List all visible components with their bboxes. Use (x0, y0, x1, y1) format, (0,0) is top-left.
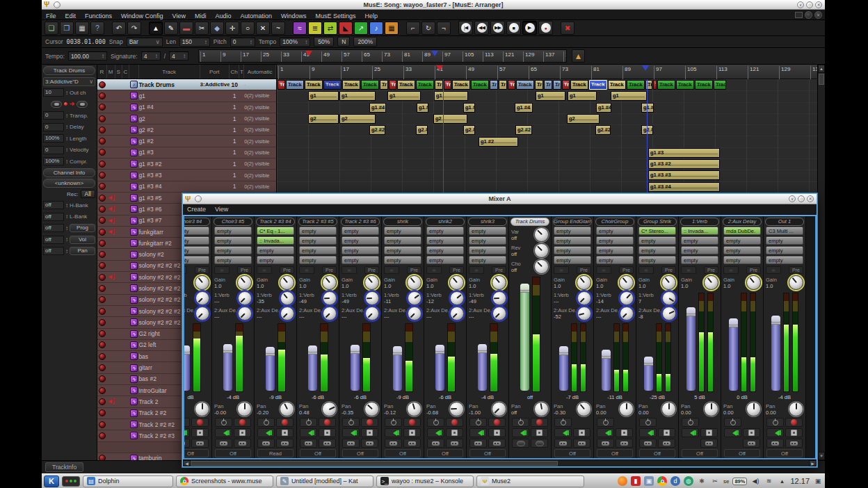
redo-icon[interactable]: ↷ (127, 22, 141, 35)
mute-cell[interactable]: ◄) (107, 229, 115, 235)
wifi-icon[interactable]: ≋ (764, 476, 773, 486)
effect-slot[interactable]: empty (299, 236, 337, 245)
screen-icon[interactable]: ▣ (813, 476, 823, 486)
power-button[interactable] (512, 418, 529, 427)
drum-part[interactable]: Track (714, 80, 726, 90)
record-arm-dot[interactable] (99, 455, 106, 460)
solo-button[interactable] (616, 428, 633, 437)
record-arm-button[interactable] (785, 418, 803, 427)
pan-knob[interactable] (534, 402, 549, 416)
solo-button[interactable] (743, 428, 760, 437)
strip-name[interactable]: Track 2 #3 #5 (298, 218, 337, 226)
send2-knob[interactable] (195, 307, 209, 320)
effect-slot[interactable]: empty (299, 227, 337, 235)
drum-part[interactable]: Tr (499, 80, 507, 90)
drum-part[interactable]: Tr (544, 80, 552, 90)
menu-automation[interactable]: Automation (241, 13, 273, 19)
record-arm-dot[interactable] (99, 81, 106, 88)
effect-slot[interactable]: empty (299, 246, 337, 254)
automation-mode-select[interactable]: Off (469, 449, 506, 457)
solo-button[interactable] (191, 428, 209, 437)
drum-part[interactable]: Track (695, 80, 713, 90)
menu-window-config[interactable]: Window Config (121, 13, 163, 19)
effect-slot[interactable]: empty (214, 227, 252, 235)
caret-up-icon[interactable]: ▴ (777, 476, 787, 486)
volume-fader[interactable] (183, 323, 190, 392)
automation-mode-select[interactable]: Off (215, 449, 251, 457)
volume-fader[interactable] (223, 323, 232, 392)
midi-part[interactable]: g2 # (416, 125, 428, 135)
minimize-button[interactable]: ∨ (797, 1, 804, 8)
files-tray-icon[interactable]: ▣ (644, 476, 654, 486)
automation-mode-select[interactable]: Off (554, 449, 590, 457)
gain-knob[interactable] (492, 275, 506, 290)
snap-select[interactable]: Bar∨ (127, 38, 163, 47)
pencil-tool-icon[interactable]: ✎ (164, 22, 178, 35)
power-button[interactable] (554, 418, 572, 427)
play-button[interactable]: ▶ (522, 21, 537, 35)
route-output-button[interactable] (446, 439, 463, 448)
power-button[interactable] (597, 418, 614, 427)
send2-knob[interactable] (280, 307, 294, 320)
power-button[interactable] (342, 418, 360, 427)
monitor-button[interactable] (300, 428, 317, 437)
solo-button[interactable] (276, 428, 294, 437)
mixer-titlebar[interactable]: Ψ Mixer A ∨ ○ ✕ (183, 194, 817, 204)
field-label[interactable]: Vol (70, 236, 95, 244)
spin-arrows-icon[interactable]: ↕ (65, 225, 68, 231)
effect-slot[interactable]: empty (341, 236, 379, 245)
send2-knob[interactable] (408, 307, 421, 320)
transport-ruler[interactable]: 1917253341495765738189971051131211291371… (198, 49, 567, 63)
marker-view-icon[interactable]: ◣ (339, 22, 353, 35)
route-output-button[interactable] (276, 439, 294, 448)
volume-fader[interactable] (308, 323, 317, 392)
record-arm-dot[interactable] (99, 240, 106, 247)
mixer-scroll-left-button[interactable]: ◀ (183, 460, 191, 466)
record-arm-dot[interactable] (99, 285, 106, 292)
strip-name[interactable]: Track 2 #3 #6 (341, 218, 380, 226)
field-value[interactable]: 100% (43, 134, 64, 143)
record-arm-dot[interactable] (99, 229, 106, 236)
trackinfo-tab[interactable]: TrackInfo (45, 462, 83, 472)
stereo-link-button[interactable]: ∞ (426, 266, 442, 274)
drum-part[interactable]: Tr (435, 80, 443, 90)
mixer-close-button[interactable]: ✕ (807, 195, 814, 202)
route-output-button[interactable] (361, 439, 378, 448)
strip-name[interactable]: Group EndGtarr (553, 218, 592, 226)
pan-knob[interactable] (704, 402, 718, 416)
drum-part[interactable]: Track (589, 80, 607, 90)
effect-slot[interactable]: empty (554, 256, 591, 264)
effect-slot[interactable]: empty (426, 256, 464, 264)
effect-slot[interactable]: empty (384, 246, 421, 254)
track-row[interactable]: ♪Track Drums3:Addictive'10- (97, 79, 276, 90)
task-screenshots[interactable]: Screenshots - www.muse (176, 475, 273, 487)
route-input-button[interactable] (639, 439, 657, 448)
monitor-button[interactable] (597, 428, 614, 437)
midi-part[interactable]: g2 (567, 114, 600, 124)
monitor-button[interactable] (682, 428, 699, 437)
drum-part[interactable]: Tr (389, 80, 396, 90)
kmenu-button[interactable]: K (44, 475, 59, 487)
metronome-button[interactable]: ▲ (572, 49, 585, 63)
send1-knob[interactable] (238, 291, 252, 305)
menu-view[interactable]: View (172, 13, 186, 19)
effect-slot[interactable]: empty (723, 236, 761, 245)
pan-knob[interactable] (789, 402, 803, 416)
effect-slot[interactable]: empty (554, 227, 591, 235)
scroll-up-button[interactable]: ▲ (818, 65, 825, 73)
gear-lock-icon[interactable]: ✱ (697, 476, 707, 486)
power-button[interactable] (385, 418, 402, 427)
midi-part[interactable]: g1 (434, 91, 468, 101)
volume-fader[interactable] (435, 323, 444, 392)
route-output-button[interactable] (234, 439, 251, 448)
drum-part[interactable]: Track (657, 80, 675, 90)
effect-slot[interactable]: empty (766, 246, 803, 254)
route-output-button[interactable] (785, 439, 803, 448)
monitor-button[interactable] (427, 428, 444, 437)
field-value[interactable]: 0 (43, 123, 64, 131)
field-value[interactable]: off (43, 236, 64, 244)
power-button[interactable] (183, 418, 190, 427)
effect-slot[interactable]: empty (723, 246, 761, 254)
firefox-icon[interactable] (618, 476, 627, 486)
len-spinbox[interactable]: 150↕ (179, 38, 210, 47)
